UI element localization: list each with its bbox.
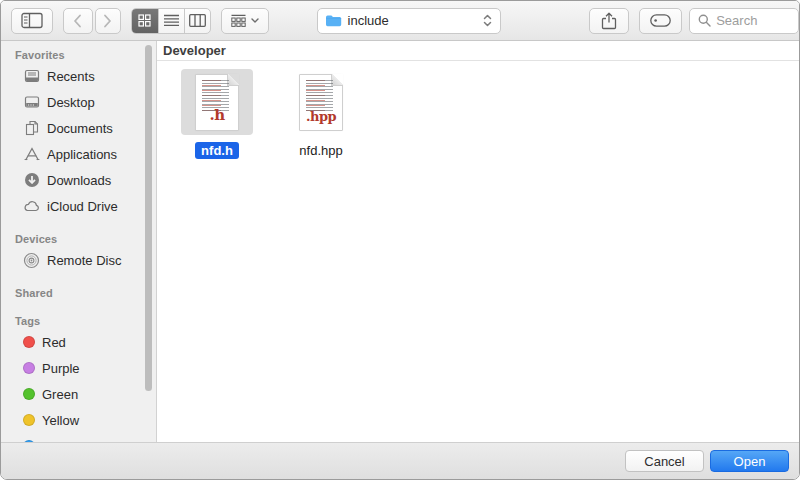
toolbar: include — [1, 1, 799, 41]
sidebar-item-tag-blue-partial[interactable] — [1, 433, 156, 442]
sidebar-item-downloads[interactable]: Downloads — [1, 167, 156, 193]
sidebar-item-label: Applications — [47, 147, 117, 162]
sidebar-item-tag-purple[interactable]: Purple — [1, 355, 156, 381]
sidebar: Favorites Recents Desktop Documents — [1, 41, 157, 442]
sidebar-item-documents[interactable]: Documents — [1, 115, 156, 141]
sidebar-section-tags: Tags — [1, 313, 156, 329]
list-view-button[interactable] — [158, 9, 184, 33]
sidebar-item-label: iCloud Drive — [47, 199, 118, 214]
list-view-icon — [164, 14, 179, 27]
sidebar-item-label: Green — [42, 387, 78, 402]
file-icon-background: .hpp — [285, 69, 357, 135]
file-name-label[interactable]: nfd.h — [195, 142, 239, 159]
share-icon — [601, 12, 617, 30]
sidebar-toggle-button[interactable] — [11, 8, 53, 34]
file-grid: .h nfd.h .hpp nfd.hpp — [157, 61, 799, 159]
stepper-chevrons-icon — [483, 14, 492, 27]
chevron-right-icon — [103, 14, 112, 28]
arrange-dropdown-button[interactable] — [221, 8, 269, 34]
cancel-button[interactable]: Cancel — [625, 450, 704, 472]
sidebar-toggle-icon — [21, 12, 43, 29]
chevron-down-icon — [251, 18, 259, 23]
back-button[interactable] — [63, 8, 93, 34]
sidebar-item-label: Remote Disc — [47, 253, 121, 268]
column-view-icon — [189, 14, 206, 27]
tag-dot-purple — [23, 362, 35, 374]
sidebar-section-devices: Devices — [1, 231, 156, 247]
view-mode-segmented-control — [131, 8, 211, 34]
sidebar-item-label: Red — [42, 335, 66, 350]
recents-icon — [23, 68, 40, 85]
remote-disc-icon — [23, 252, 40, 269]
tag-icon — [650, 14, 671, 27]
group-arrange-icon — [231, 14, 246, 27]
sidebar-item-label: Yellow — [42, 413, 79, 428]
tags-button[interactable] — [639, 8, 682, 34]
forward-button[interactable] — [95, 8, 121, 34]
sidebar-item-applications[interactable]: Applications — [1, 141, 156, 167]
search-field[interactable] — [689, 8, 799, 34]
header-file-icon: .h — [195, 74, 239, 131]
dialog-body: Favorites Recents Desktop Documents — [1, 41, 799, 442]
current-folder-label: include — [348, 13, 389, 28]
group-header: Developer — [157, 41, 799, 61]
current-folder-dropdown[interactable]: include — [317, 8, 502, 34]
sidebar-item-recents[interactable]: Recents — [1, 63, 156, 89]
sidebar-item-label: Desktop — [47, 95, 95, 110]
chevron-left-icon — [73, 14, 82, 28]
file-item-nfd-hpp[interactable]: .hpp nfd.hpp — [269, 69, 373, 159]
sidebar-item-label: Purple — [42, 361, 80, 376]
desktop-icon — [23, 94, 40, 111]
applications-icon — [23, 146, 40, 163]
grid-view-icon — [138, 14, 151, 27]
folder-icon — [325, 14, 342, 27]
file-name-label[interactable]: nfd.hpp — [293, 142, 348, 159]
icloud-drive-icon — [23, 198, 40, 215]
tag-dot-green — [23, 388, 35, 400]
open-button[interactable]: Open — [710, 450, 789, 472]
search-input[interactable] — [716, 13, 786, 28]
sidebar-item-remote-disc[interactable]: Remote Disc — [1, 247, 156, 273]
icon-view-button[interactable] — [132, 9, 158, 33]
file-extension-label: .h — [196, 108, 238, 123]
search-icon — [698, 14, 711, 27]
sidebar-item-label: Documents — [47, 121, 113, 136]
sidebar-item-label: Recents — [47, 69, 95, 84]
documents-icon — [23, 120, 40, 137]
dialog-footer: Cancel Open — [1, 442, 799, 479]
share-button[interactable] — [589, 8, 629, 34]
sidebar-item-icloud-drive[interactable]: iCloud Drive — [1, 193, 156, 219]
file-item-nfd-h[interactable]: .h nfd.h — [165, 69, 269, 159]
sidebar-item-tag-red[interactable]: Red — [1, 329, 156, 355]
file-browser-area: Developer .h nfd.h — [157, 41, 799, 442]
file-extension-label: .hpp — [300, 110, 342, 123]
tag-dot-yellow — [23, 414, 35, 426]
finder-open-dialog: include Favorites — [0, 0, 800, 480]
sidebar-item-tag-yellow[interactable]: Yellow — [1, 407, 156, 433]
sidebar-item-tag-green[interactable]: Green — [1, 381, 156, 407]
sidebar-item-desktop[interactable]: Desktop — [1, 89, 156, 115]
sidebar-section-shared: Shared — [1, 285, 156, 301]
sidebar-item-label: Downloads — [47, 173, 111, 188]
file-icon-selection-background: .h — [181, 69, 253, 135]
sidebar-scrollbar[interactable] — [145, 45, 152, 391]
sidebar-section-favorites: Favorites — [1, 47, 156, 63]
column-view-button[interactable] — [184, 9, 210, 33]
downloads-icon — [23, 172, 40, 189]
code-lines-decoration — [306, 80, 333, 113]
tag-dot-red — [23, 336, 35, 348]
header-file-icon: .hpp — [299, 74, 343, 131]
